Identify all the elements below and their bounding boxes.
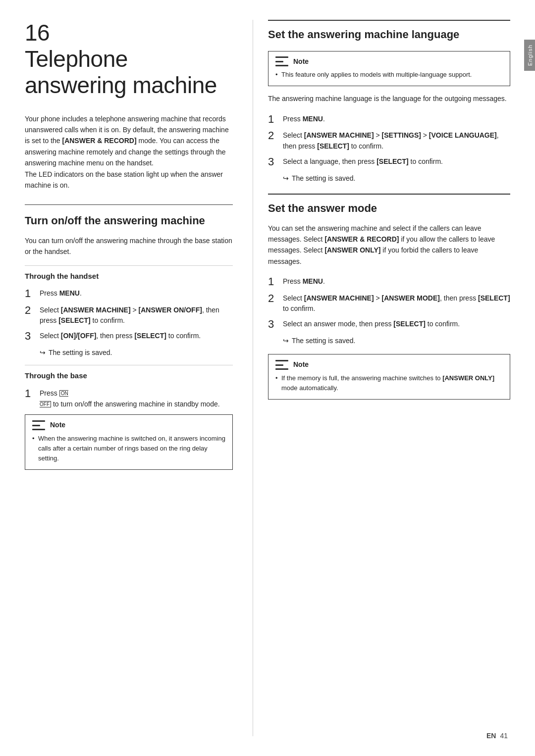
handset-step-2: 2 Select [ANSWER MACHINE] > [ANSWER ON/O… xyxy=(25,303,233,326)
subsection-divider-base xyxy=(25,365,233,365)
section-language-intro: The answering machine language is the la… xyxy=(268,93,510,104)
language-step-3: 3 Select a language, then press [SELECT]… xyxy=(268,155,510,168)
note-icon-base xyxy=(32,420,45,430)
note-header-answer-mode: Note xyxy=(275,359,503,370)
handset-step-3: 3 Select [ON]/[OFF], then press [SELECT]… xyxy=(25,329,233,343)
note-item-answer-mode-1: If the memory is full, the answering mac… xyxy=(275,373,503,393)
section-answer-mode-intro: You can set the answering machine and se… xyxy=(268,223,510,267)
handset-steps: 1 Press MENU. 2 Select [ANSWER MACHINE] … xyxy=(25,287,233,343)
language-steps: 1 Press MENU. 2 Select [ANSWER MACHINE] … xyxy=(268,112,510,168)
note-item-language-1: This feature only applies to models with… xyxy=(275,70,503,80)
note-box-answer-mode: Note If the memory is full, the answerin… xyxy=(268,354,510,400)
note-item-base-1: When the answering machine is switched o… xyxy=(32,434,225,463)
subsection-handset-title: Through the handset xyxy=(25,271,233,282)
note-icon-language xyxy=(275,56,288,66)
handset-step-1: 1 Press MENU. xyxy=(25,287,233,300)
side-tab: English xyxy=(524,40,535,71)
note-box-base: Note When the answering machine is switc… xyxy=(25,414,233,470)
language-step-3-result: ↪ The setting is saved. xyxy=(283,173,510,184)
section-answer-mode-header: Set the answer mode xyxy=(268,194,510,216)
page-footer: EN 41 xyxy=(486,731,508,741)
answer-mode-step-3: 3 Select an answer mode, then press [SEL… xyxy=(268,317,510,331)
section-language-title: Set the answering machine language xyxy=(268,28,510,42)
subsection-divider-handset xyxy=(25,265,233,266)
note-header-base: Note xyxy=(32,420,225,431)
page-footer-number: 41 xyxy=(500,731,508,741)
chapter-intro: Your phone includes a telephone answerin… xyxy=(25,113,233,191)
base-step-1: 1 Press ONOFF to turn on/off the answeri… xyxy=(25,387,233,409)
note-header-language: Note xyxy=(275,56,503,67)
note-list-answer-mode: If the memory is full, the answering mac… xyxy=(275,373,503,393)
section-answer-mode-title: Set the answer mode xyxy=(268,202,510,216)
handset-step-3-result: ↪ The setting is saved. xyxy=(40,348,233,358)
answer-mode-step-2: 2 Select [ANSWER MACHINE] > [ANSWER MODE… xyxy=(268,292,510,314)
answer-mode-step-1: 1 Press MENU. xyxy=(268,275,510,288)
answer-mode-step-3-result: ↪ The setting is saved. xyxy=(283,336,510,346)
answer-mode-steps: 1 Press MENU. 2 Select [ANSWER MACHINE] … xyxy=(268,275,510,331)
language-step-1: 1 Press MENU. xyxy=(268,112,510,126)
section-divider-1 xyxy=(25,204,233,205)
section-turn-on-off-intro: You can turn on/off the answering machin… xyxy=(25,235,233,257)
page-footer-lang: EN xyxy=(486,731,496,741)
subsection-base-title: Through the base xyxy=(25,370,233,382)
note-box-language: Note This feature only applies to models… xyxy=(268,51,510,87)
section-turn-on-off-title: Turn on/off the answering machine xyxy=(25,214,233,228)
chapter-title: 16 Telephone answering machine xyxy=(25,20,233,99)
section-language-header: Set the answering machine language xyxy=(268,20,510,42)
note-icon-answer-mode xyxy=(275,360,288,370)
note-list-base: When the answering machine is switched o… xyxy=(32,434,225,463)
base-steps: 1 Press ONOFF to turn on/off the answeri… xyxy=(25,387,233,409)
language-step-2: 2 Select [ANSWER MACHINE] > [SETTINGS] >… xyxy=(268,129,510,151)
note-list-language: This feature only applies to models with… xyxy=(275,70,503,80)
